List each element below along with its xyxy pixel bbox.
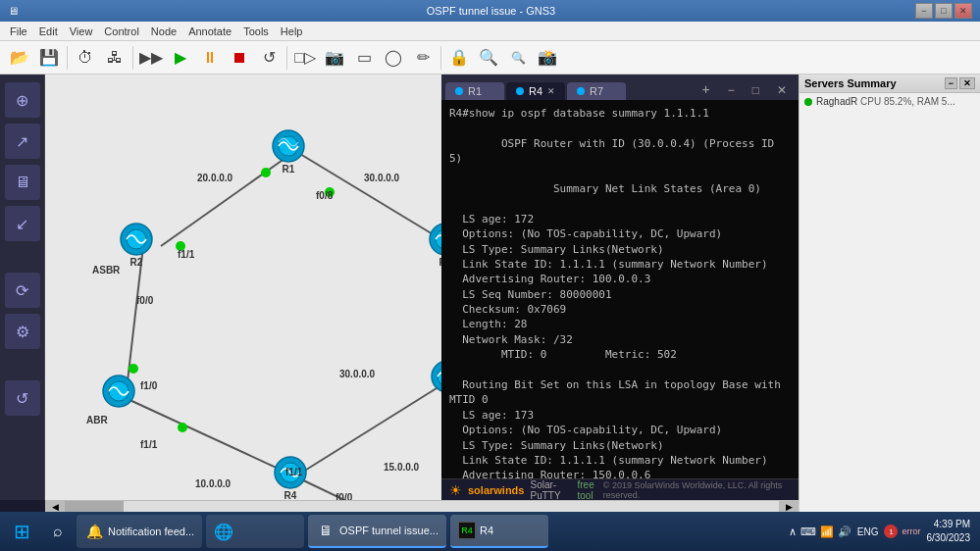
sidebar-curve[interactable]: ↺ [5, 380, 40, 416]
link-label-f08: f0/8 [316, 190, 333, 201]
start-button[interactable]: ▶ [167, 44, 194, 72]
zoom-in-button[interactable]: 🔍 [475, 44, 502, 72]
sidebar-move[interactable]: ↗ [5, 124, 40, 159]
keyboard-icon[interactable]: ⌨ [800, 526, 816, 538]
sidebar-rotate[interactable]: ⟳ [5, 273, 40, 308]
rectangle-button[interactable]: ▭ [350, 44, 378, 72]
solar-putty-label: Solar-PuTTY [530, 479, 571, 501]
lang-indicator[interactable]: ENG [857, 526, 879, 537]
error-label: error [902, 526, 920, 536]
terminal-close[interactable]: ✕ [769, 80, 795, 100]
menu-help[interactable]: Help [275, 24, 309, 39]
servers-summary-header: Servers Summary − ✕ [799, 75, 980, 93]
gns3-icon: 🖥 [316, 521, 335, 540]
link-label-f00-asbr: f0/0 [136, 295, 153, 306]
notification-icon: 🔔 [84, 522, 104, 541]
start-all-button[interactable]: ▶▶ [137, 44, 165, 72]
link-label-300: 30.0.0.0 [364, 173, 399, 183]
network-icon[interactable]: 📶 [820, 526, 834, 538]
menu-edit[interactable]: Edit [33, 24, 64, 39]
menu-view[interactable]: View [64, 24, 99, 39]
terminal-output: R4#show ip ospf database summary 1.1.1.1… [449, 106, 791, 478]
ellipse-button[interactable]: ◯ [380, 44, 407, 72]
sidebar-navigate[interactable]: ⊕ [5, 82, 40, 118]
separator2 [132, 46, 133, 70]
terminal-area: R1 R4 ✕ R7 + − □ ✕ R4#show ip ospf datab… [441, 75, 799, 500]
clock-date: 6/30/2023 [927, 531, 971, 545]
router-r4[interactable]: R4 [273, 455, 308, 500]
taskbar-browser[interactable]: 🌐 [206, 515, 304, 548]
taskbar-search-button[interactable]: ⌕ [43, 517, 73, 546]
snapshot-button[interactable]: ⏱ [72, 44, 99, 72]
taskbar-gns3[interactable]: 🖥 OSPF tunnel issue... [308, 515, 446, 548]
copyright-text: © 2019 SolarWinds Worldwide, LLC. All ri… [603, 480, 791, 500]
router-r2-label: R2 [130, 257, 143, 268]
screenshot-button[interactable]: 📷 [321, 44, 348, 72]
router-r1[interactable]: R1 [271, 128, 306, 175]
link-label-f10: f1/0 [140, 380, 157, 391]
lock-button[interactable]: 🔒 [445, 44, 473, 72]
menu-node[interactable]: Node [145, 24, 182, 39]
add-link-button[interactable]: □▷ [291, 44, 319, 72]
main-content: ⊕ ↗ 🖥 ↙ ⟳ ⚙ ↺ [0, 75, 980, 512]
start-button[interactable]: ⊞ [4, 515, 39, 548]
tab-r1-dot [455, 87, 463, 95]
new-tab-button[interactable]: + [695, 78, 718, 100]
fit-button[interactable]: 📸 [534, 44, 561, 72]
rp-minimize[interactable]: − [945, 77, 957, 89]
menu-file[interactable]: File [4, 24, 33, 39]
tab-r4-close[interactable]: ✕ [547, 86, 555, 96]
menu-tools[interactable]: Tools [237, 24, 275, 39]
router-abr[interactable] [101, 374, 136, 409]
svg-line-4 [126, 398, 295, 476]
rp-close[interactable]: ✕ [959, 77, 975, 89]
link-label-150: 15.0.0.0 [384, 462, 419, 473]
terminal-content[interactable]: R4#show ip ospf database summary 1.1.1.1… [441, 100, 799, 478]
taskbar-right: ∧ ⌨ 📶 🔊 ENG 1 error 4:39 PM 6/30/2023 [789, 518, 976, 545]
separator [67, 46, 68, 70]
tab-r7[interactable]: R7 [567, 82, 626, 100]
clock-time: 4:39 PM [927, 518, 971, 531]
tab-r4-dot [516, 87, 524, 95]
browser-icon: 🌐 [214, 522, 233, 541]
start-icon: ⊞ [14, 520, 30, 543]
draw-button[interactable]: ✏ [409, 44, 437, 72]
terminal-minimize[interactable]: − [720, 80, 743, 100]
menu-annotate[interactable]: Annotate [182, 24, 237, 39]
maximize-button[interactable]: □ [935, 3, 953, 19]
pause-button[interactable]: ⏸ [196, 44, 224, 72]
zoom-out-button[interactable]: 🔍 [504, 44, 532, 72]
stop-button[interactable]: ⏹ [226, 44, 253, 72]
svg-point-13 [178, 423, 187, 432]
tab-r4[interactable]: R4 ✕ [506, 82, 565, 100]
tab-r1[interactable]: R1 [445, 82, 504, 100]
horizontal-scrollbar[interactable]: ◀ ▶ [45, 500, 799, 512]
servers-summary-title: Servers Summary [804, 77, 897, 89]
sidebar-group[interactable]: ⚙ [5, 314, 40, 349]
link-label-300-r4: 30.0.0.0 [339, 369, 375, 379]
open-button[interactable]: 📂 [6, 44, 33, 72]
taskbar-notification[interactable]: 🔔 Notification feed... [77, 515, 202, 548]
sidebar-back[interactable]: ↙ [5, 206, 40, 241]
chevron-icon[interactable]: ∧ [789, 526, 797, 538]
close-button[interactable]: ✕ [954, 3, 972, 19]
tab-r7-dot [577, 87, 585, 95]
router-r2[interactable]: R2 [119, 222, 154, 268]
system-tray: ∧ ⌨ 📶 🔊 [789, 526, 851, 538]
taskbar-clock[interactable]: 4:39 PM 6/30/2023 [927, 518, 971, 545]
taskbar-r4[interactable]: R4 R4 [450, 515, 548, 548]
sidebar-devices[interactable]: 🖥 [5, 165, 40, 200]
window-controls[interactable]: − □ ✕ [915, 3, 972, 19]
right-panel-controls[interactable]: − ✕ [945, 77, 975, 89]
menu-control[interactable]: Control [98, 24, 144, 39]
minimize-button[interactable]: − [915, 3, 933, 19]
toolbar: 📂 💾 ⏱ 🖧 ▶▶ ▶ ⏸ ⏹ ↺ □▷ 📷 ▭ ◯ ✏ 🔒 🔍 🔍 📸 [0, 41, 980, 75]
svg-point-12 [129, 364, 138, 374]
volume-icon[interactable]: 🔊 [838, 526, 851, 538]
link-label-f00-r4: f0/0 [335, 492, 352, 500]
save-button[interactable]: 💾 [35, 44, 63, 72]
reload-button[interactable]: ↺ [255, 44, 283, 72]
terminal-maximize[interactable]: □ [745, 80, 767, 100]
right-panel: Servers Summary − ✕ RaghadR CPU 85.2%, R… [799, 75, 980, 512]
preferences-button[interactable]: 🖧 [101, 44, 129, 72]
